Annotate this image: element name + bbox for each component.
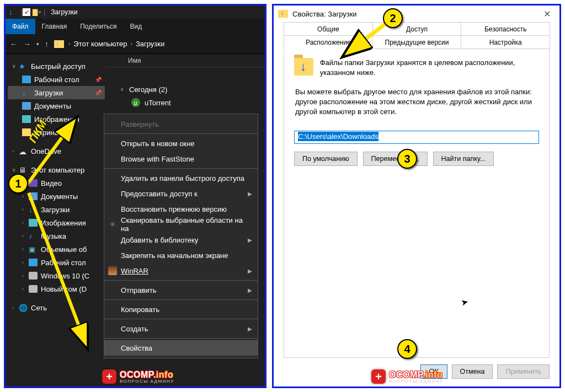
dialog-titlebar: Свойства: Загрузки ✕: [274, 6, 559, 22]
pin-icon: 📌: [95, 77, 102, 83]
btn-default[interactable]: По умолчанию: [294, 152, 358, 166]
file-utorrent[interactable]: µuTorrent: [120, 96, 265, 109]
ctx-copy[interactable]: Копировать: [104, 302, 258, 317]
tab-row-2: Расположение Предыдущие версии Настройка: [284, 35, 550, 49]
ctx-open-new[interactable]: Открыть в новом окне: [104, 136, 258, 151]
watermark-right: + OCOMP.info ВОПРОСЫ АДМИНУ: [371, 369, 444, 384]
context-menu: Развернуть Открыть в новом окне Browse w…: [104, 114, 258, 358]
btn-apply[interactable]: Применить: [497, 364, 550, 379]
address-folder-icon: [54, 40, 64, 48]
tree-onedrive[interactable]: ›☁OneDrive: [8, 144, 105, 158]
annotation-badge-4: 4: [397, 339, 417, 359]
ctx-faststone[interactable]: Browse with FastStone: [104, 151, 258, 167]
tree-desktop2[interactable]: ›Рабочий стол: [8, 256, 105, 269]
ctx-scan[interactable]: ✳Сканировать выбранные области на на: [104, 217, 258, 232]
annotation-badge-2: 2: [383, 8, 403, 28]
tree-d-drive[interactable]: ›Новый том (D: [8, 282, 105, 296]
tree-c-drive[interactable]: ›Windows 10 (C: [8, 269, 105, 282]
explorer-titlebar: ↓ | ✔ ▇ ▾ | Загрузки: [6, 6, 265, 19]
tree-screenshots[interactable]: Скриншоты: [8, 126, 105, 139]
btn-find[interactable]: Найти папку...: [433, 152, 494, 166]
tree-quick-access[interactable]: ∨★Быстрый доступ: [8, 60, 105, 73]
address-bar[interactable]: ← → ▾ ↑ › Этот компьютер › Загрузки: [6, 34, 265, 54]
dialog-title: Свойства: Загрузки: [292, 10, 357, 18]
annotation-badge-3: 3: [397, 149, 417, 169]
tree-3dobjects[interactable]: ›▣Объемные об: [8, 243, 105, 256]
qat-folder-icon[interactable]: ▇: [33, 8, 38, 16]
tree-pictures2[interactable]: ›Изображения: [8, 216, 105, 229]
big-folder-icon: [294, 58, 313, 76]
btn-move[interactable]: Переместить...: [363, 152, 428, 166]
ctx-unpin[interactable]: Удалить из панели быстрого доступа: [104, 170, 258, 186]
nav-back-icon[interactable]: ←: [10, 40, 18, 49]
cursor-icon: ➤: [460, 297, 469, 309]
tab-view[interactable]: Вид: [123, 19, 148, 34]
window-title: Загрузки: [51, 8, 77, 16]
tree-network[interactable]: ›🌐Сеть: [8, 301, 105, 314]
tree-music[interactable]: ›♪Музыка: [8, 229, 105, 243]
ctx-share[interactable]: Предоставить доступ к▶: [104, 186, 258, 201]
tab-customize[interactable]: Настройка: [461, 35, 550, 49]
watermark-plus-icon: +: [102, 369, 116, 384]
tree-desktop[interactable]: Рабочий стол📌: [8, 73, 105, 86]
tab-share[interactable]: Поделиться: [73, 19, 123, 34]
tab-location[interactable]: Расположение: [284, 35, 373, 49]
tab-prev-versions[interactable]: Предыдущие версии: [372, 35, 462, 49]
scan-icon: ✳: [108, 220, 117, 229]
tab-file[interactable]: Файл: [6, 19, 35, 34]
location-desc: Файлы папки Загрузки хранятся в целевом …: [320, 58, 539, 77]
group-today[interactable]: ∨Сегодня (2): [120, 83, 265, 96]
winrar-icon: [108, 266, 117, 275]
breadcrumb-pc[interactable]: Этот компьютер: [73, 40, 127, 48]
ctx-create[interactable]: Создать▶: [104, 321, 258, 336]
tree-pictures[interactable]: Изображения: [8, 112, 105, 126]
qat-checkbox-icon[interactable]: ✔: [23, 8, 30, 16]
downloads-icon: ↓: [9, 8, 18, 17]
ribbon-tabs: Файл Главная Поделиться Вид: [6, 19, 265, 34]
watermark-plus-icon: +: [371, 369, 386, 384]
downloads-folder-icon: [278, 10, 288, 18]
tab-row-1: Общие Доступ Безопасность: [284, 22, 550, 36]
ctx-add-library[interactable]: Добавить в библиотеку▶: [104, 232, 258, 248]
watermark-left: + OCOMP.info ВОПРОСЫ АДМИНУ: [102, 369, 174, 384]
ctx-properties[interactable]: Свойства: [104, 340, 258, 356]
ctx-restore[interactable]: Восстановить прежнюю версию: [104, 201, 258, 217]
ctx-expand[interactable]: Развернуть: [104, 116, 258, 132]
explorer-window: ↓ | ✔ ▇ ▾ | Загрузки Файл Главная Подели…: [4, 4, 266, 388]
column-header-name[interactable]: Имя: [105, 54, 265, 67]
annotation-badge-1: 1: [8, 174, 28, 194]
tab-home[interactable]: Главная: [35, 19, 74, 34]
tree-downloads2[interactable]: ›↓Загрузки: [8, 203, 105, 216]
tree-downloads[interactable]: ↓Загрузки📌: [8, 86, 105, 99]
properties-dialog: Свойства: Загрузки ✕ Общие Доступ Безопа…: [272, 4, 561, 388]
tab-security[interactable]: Безопасность: [461, 22, 550, 36]
close-button[interactable]: ✕: [539, 9, 555, 19]
btn-cancel[interactable]: Отмена: [452, 364, 493, 379]
tree-documents[interactable]: Документы: [8, 99, 105, 112]
pin-icon: 📌: [95, 90, 102, 96]
nav-history-icon[interactable]: ▾: [36, 41, 39, 47]
ctx-send[interactable]: Отправить▶: [104, 282, 258, 298]
nav-fwd-icon[interactable]: →: [23, 40, 31, 49]
utorrent-icon: µ: [131, 98, 140, 107]
location-desc2: Вы можете выбрать другое место для хране…: [295, 87, 539, 117]
path-input[interactable]: C:\Users\alex\Downloads: [294, 131, 539, 144]
breadcrumb-folder[interactable]: Загрузки: [136, 40, 164, 48]
ctx-pin-start[interactable]: Закрепить на начальном экране: [104, 248, 258, 263]
tab-general[interactable]: Общие: [284, 22, 373, 36]
nav-up-icon[interactable]: ↑: [45, 40, 49, 49]
tab-panel: Файлы папки Загрузки хранятся в целевом …: [284, 49, 550, 358]
ctx-winrar[interactable]: WinRAR▶: [104, 263, 258, 278]
